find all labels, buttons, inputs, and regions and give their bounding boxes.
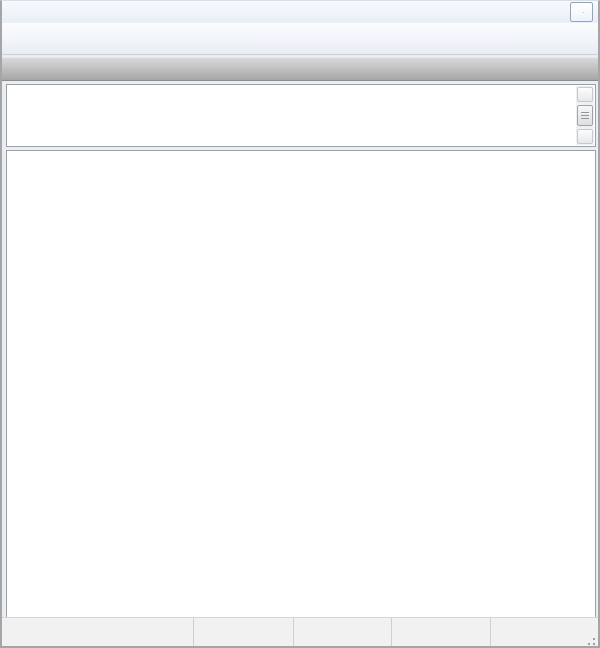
window-list-button[interactable] bbox=[559, 61, 577, 78]
scrollbar-thumb[interactable] bbox=[577, 105, 593, 126]
scrollbar-grip bbox=[581, 112, 589, 119]
document-titlebar[interactable] bbox=[2, 57, 598, 81]
waveform-plot-panel[interactable] bbox=[6, 150, 596, 621]
toolbar bbox=[2, 23, 598, 55]
chevron-down-icon[interactable] bbox=[583, 12, 592, 13]
viewer-mode-select[interactable] bbox=[570, 2, 593, 22]
legend-scrollbar[interactable] bbox=[576, 86, 594, 145]
scroll-down-icon[interactable] bbox=[577, 129, 593, 144]
waveform-plot-area[interactable] bbox=[7, 151, 593, 620]
scroll-up-icon[interactable] bbox=[577, 87, 593, 102]
waveform-viewer-window bbox=[0, 0, 600, 648]
status-bar bbox=[2, 617, 598, 646]
resize-grip[interactable] bbox=[584, 634, 596, 646]
curve-legend-panel bbox=[6, 84, 596, 147]
close-button[interactable] bbox=[578, 61, 596, 78]
menu-bar bbox=[2, 1, 598, 23]
cursor-x-readout bbox=[2, 618, 194, 646]
status-panel-empty bbox=[392, 618, 491, 646]
cursor-y-readout bbox=[194, 618, 294, 646]
status-panel-empty bbox=[294, 618, 392, 646]
